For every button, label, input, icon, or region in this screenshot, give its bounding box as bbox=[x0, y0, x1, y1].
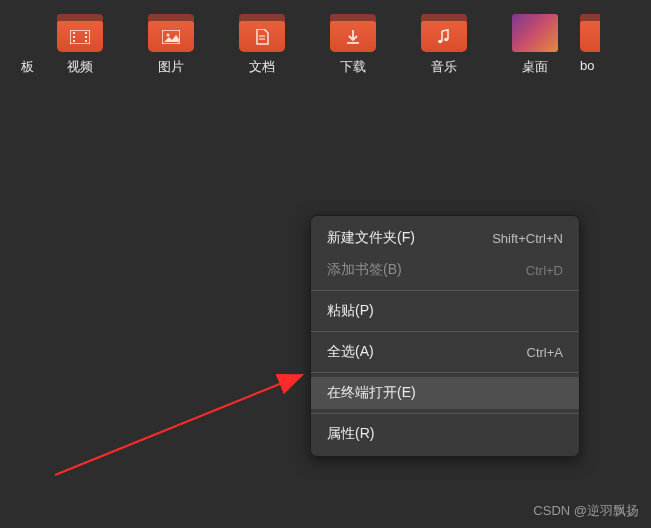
watermark: CSDN @逆羽飘扬 bbox=[533, 502, 639, 520]
svg-point-13 bbox=[444, 37, 448, 41]
menu-item-shortcut: Ctrl+D bbox=[526, 263, 563, 278]
folder-icon bbox=[421, 14, 467, 52]
menu-separator bbox=[311, 413, 579, 414]
icon-label: 板 bbox=[21, 58, 34, 76]
svg-rect-4 bbox=[85, 32, 87, 34]
menu-item-label: 添加书签(B) bbox=[327, 261, 402, 279]
menu-item-open-terminal[interactable]: 在终端打开(E) bbox=[311, 377, 579, 409]
desktop-icon-pictures[interactable]: 图片 bbox=[125, 14, 216, 76]
menu-item-add-bookmark: 添加书签(B)Ctrl+D bbox=[311, 254, 579, 286]
menu-item-label: 全选(A) bbox=[327, 343, 374, 361]
desktop-icon-desktop[interactable]: 桌面 bbox=[489, 14, 580, 76]
icon-label: 视频 bbox=[67, 58, 93, 76]
icon-label: bo bbox=[580, 58, 594, 73]
svg-rect-5 bbox=[85, 36, 87, 38]
download-icon bbox=[345, 29, 361, 45]
folder-icon bbox=[330, 14, 376, 52]
desktop-icon-documents[interactable]: 文档 bbox=[216, 14, 307, 76]
menu-item-label: 粘贴(P) bbox=[327, 302, 374, 320]
icon-label: 文档 bbox=[249, 58, 275, 76]
context-menu: 新建文件夹(F)Shift+Ctrl+N添加书签(B)Ctrl+D粘贴(P)全选… bbox=[310, 215, 580, 457]
video-icon bbox=[70, 30, 90, 44]
menu-item-label: 在终端打开(E) bbox=[327, 384, 416, 402]
menu-separator bbox=[311, 290, 579, 291]
svg-rect-1 bbox=[73, 32, 75, 34]
desktop-icon-templates-partial[interactable]: 板 bbox=[0, 14, 34, 76]
menu-item-select-all[interactable]: 全选(A)Ctrl+A bbox=[311, 336, 579, 368]
menu-separator bbox=[311, 372, 579, 373]
menu-item-label: 新建文件夹(F) bbox=[327, 229, 415, 247]
menu-item-paste[interactable]: 粘贴(P) bbox=[311, 295, 579, 327]
icon-label: 音乐 bbox=[431, 58, 457, 76]
menu-item-shortcut: Ctrl+A bbox=[527, 345, 563, 360]
image-icon bbox=[162, 30, 180, 44]
icon-label: 下载 bbox=[340, 58, 366, 76]
menu-item-shortcut: Shift+Ctrl+N bbox=[492, 231, 563, 246]
menu-item-properties[interactable]: 属性(R) bbox=[311, 418, 579, 450]
menu-item-label: 属性(R) bbox=[327, 425, 374, 443]
svg-point-8 bbox=[166, 33, 169, 36]
desktop-icon-downloads[interactable]: 下载 bbox=[307, 14, 398, 76]
desktop-icons-row: 板视频图片文档下载音乐桌面bo bbox=[0, 0, 651, 76]
desktop-icon-music[interactable]: 音乐 bbox=[398, 14, 489, 76]
svg-rect-3 bbox=[73, 40, 75, 42]
icon-label: 图片 bbox=[158, 58, 184, 76]
desktop-folder-icon bbox=[512, 14, 558, 52]
desktop-icon-videos[interactable]: 视频 bbox=[34, 14, 125, 76]
doc-icon bbox=[255, 29, 269, 45]
folder-icon bbox=[239, 14, 285, 52]
svg-line-14 bbox=[55, 375, 302, 475]
svg-rect-6 bbox=[85, 40, 87, 42]
menu-item-new-folder[interactable]: 新建文件夹(F)Shift+Ctrl+N bbox=[311, 222, 579, 254]
folder-icon bbox=[148, 14, 194, 52]
menu-separator bbox=[311, 331, 579, 332]
music-icon bbox=[437, 29, 451, 45]
svg-rect-2 bbox=[73, 36, 75, 38]
icon-label: 桌面 bbox=[522, 58, 548, 76]
desktop-icon-bookmarks-partial[interactable]: bo bbox=[580, 14, 616, 76]
svg-point-12 bbox=[438, 39, 442, 43]
folder-icon bbox=[57, 14, 103, 52]
